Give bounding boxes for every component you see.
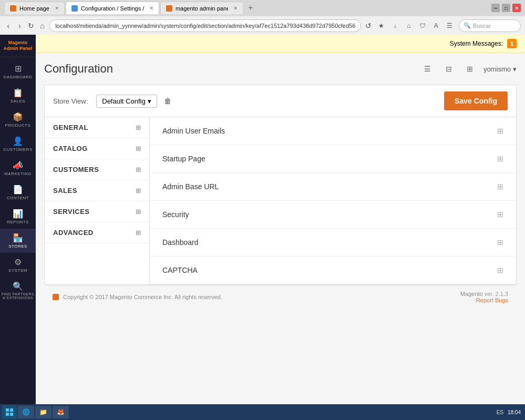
back-button[interactable]: ‹: [4, 20, 13, 32]
footer-right: Magento ver. 2.1.3 Report Bugs: [460, 291, 508, 303]
taskbar-item-3[interactable]: 🦊: [53, 406, 69, 418]
config-body: GENERAL ⊞ CATALOG ⊞ CUSTOMERS ⊞ SALES: [45, 117, 516, 284]
tab-close-2[interactable]: ✕: [149, 5, 153, 11]
config-nav-services[interactable]: SERVICES ⊞: [45, 201, 149, 222]
config-nav-general-label: GENERAL: [53, 124, 88, 131]
taskbar-icon-2: 📁: [39, 408, 47, 416]
tab-favicon-2: [71, 5, 78, 12]
sidebar-item-dashboard[interactable]: ⊞ DASHBOARD: [0, 59, 36, 84]
sidebar-item-marketing[interactable]: 📣 MARKETING: [0, 156, 36, 180]
config-top-bar: Store View: Default Config ▾ 🗑 Save Conf…: [45, 85, 516, 117]
sidebar-item-sales[interactable]: 📋 SALES: [0, 84, 36, 108]
config-delete-icon[interactable]: 🗑: [161, 95, 174, 107]
search-placeholder: Buscar: [473, 23, 491, 29]
tab-favicon-1: [10, 5, 16, 12]
footer-magento-label: Magento: [460, 291, 483, 297]
startup-page-expand-icon: ⊞: [497, 155, 503, 163]
content-area: Configuration ☰ ⊟ ⊞ yomismo ▾ Store View…: [36, 53, 525, 317]
sidebar-label-marketing: MARKETING: [4, 171, 32, 176]
system-messages-badge[interactable]: 1: [507, 39, 517, 48]
config-section-security[interactable]: Security ⊞: [150, 201, 516, 229]
config-nav-sales[interactable]: SALES ⊞: [45, 180, 149, 201]
browser-tab-admin[interactable]: magento admin panel - M... ✕: [160, 2, 243, 14]
footer-left: Copyright © 2017 Magento Commerce Inc. A…: [53, 294, 222, 300]
config-nav-general[interactable]: GENERAL ⊞: [45, 117, 149, 138]
sidebar-label-sales: SALES: [11, 99, 25, 104]
header-icon-1[interactable]: ☰: [420, 62, 435, 76]
search-icon: 🔍: [464, 22, 471, 29]
font-icon[interactable]: A: [430, 20, 442, 32]
sidebar-item-content[interactable]: 📄 CONTENT: [0, 180, 36, 204]
security-expand-icon: ⊞: [497, 210, 503, 219]
sidebar-item-find-partners[interactable]: 🔍 FIND PARTNERS & EXTENSIONS: [0, 277, 36, 304]
sidebar: Magento Admin Panel ⊞ DASHBOARD 📋 SALES …: [0, 35, 36, 420]
system-messages-bar: System Messages: 1: [36, 35, 525, 53]
security-title: Security: [162, 210, 189, 219]
captcha-expand-icon: ⊞: [497, 266, 503, 274]
close-button[interactable]: ✕: [512, 4, 521, 12]
store-view-value: Default Config: [102, 97, 145, 105]
reports-icon: 📊: [13, 209, 23, 219]
store-view-dropdown-icon: ▾: [148, 97, 151, 105]
config-section-dashboard[interactable]: Dashboard ⊞: [150, 229, 516, 257]
config-nav-general-icon: ⊞: [136, 124, 141, 131]
config-nav-advanced-icon: ⊞: [136, 229, 141, 237]
config-nav-services-label: SERVICES: [53, 208, 90, 216]
taskbar-item-1[interactable]: 🌐: [18, 406, 34, 418]
config-nav-services-icon: ⊞: [136, 208, 141, 216]
new-tab-button[interactable]: +: [244, 2, 257, 14]
address-bar[interactable]: localhost/mitienda/admin_yynnew/admin/sy…: [49, 19, 361, 32]
page-title: Configuration: [44, 62, 113, 76]
home-nav-icon[interactable]: ⌂: [403, 20, 415, 32]
browser-tab-config[interactable]: Configuration / Settings /... ✕: [66, 2, 159, 14]
taskbar-item-2[interactable]: 📁: [35, 406, 52, 418]
config-nav-customers[interactable]: CUSTOMERS ⊞: [45, 159, 149, 180]
main-content: System Messages: 1 Configuration ☰ ⊟ ⊞ y…: [36, 35, 525, 420]
sidebar-item-products[interactable]: 📦 PRODUCTS: [0, 108, 36, 132]
search-bar[interactable]: 🔍 Buscar: [459, 19, 521, 32]
sidebar-item-stores[interactable]: 🏪 STORES: [0, 229, 36, 253]
config-section-admin-base-url[interactable]: Admin Base URL ⊞: [150, 173, 516, 201]
svg-rect-0: [6, 408, 9, 412]
reload-button[interactable]: ↺: [364, 20, 373, 32]
sidebar-label-stores: STORES: [8, 244, 27, 249]
logo-text-line2: Admin Panel: [4, 46, 33, 52]
taskbar-start-button[interactable]: [2, 405, 17, 419]
maximize-button[interactable]: □: [502, 4, 510, 12]
app-container: Magento Admin Panel ⊞ DASHBOARD 📋 SALES …: [0, 35, 525, 420]
config-section-admin-user-emails[interactable]: Admin User Emails ⊞: [150, 117, 516, 145]
browser-tab-home[interactable]: Home page ✕: [4, 2, 65, 14]
admin-base-url-expand-icon: ⊞: [497, 182, 503, 191]
windows-logo-icon: [6, 408, 13, 416]
tab-close-1[interactable]: ✕: [55, 5, 59, 11]
header-icon-3[interactable]: ⊞: [462, 62, 477, 76]
header-icon-2[interactable]: ⊟: [441, 62, 456, 76]
products-icon: 📦: [13, 112, 23, 122]
magento-logo-small: [53, 294, 59, 300]
config-right-content: Admin User Emails ⊞ Startup Page ⊞ Admin…: [150, 117, 516, 284]
content-icon: 📄: [13, 185, 23, 194]
address-text: localhost/mitienda/admin_yynnew/admin/sy…: [55, 23, 355, 29]
sidebar-item-reports[interactable]: 📊 REPORTS: [0, 204, 36, 229]
save-config-button[interactable]: Save Config: [444, 91, 508, 110]
config-nav-catalog[interactable]: CATALOG ⊞: [45, 138, 149, 159]
user-menu[interactable]: yomismo ▾: [483, 65, 517, 73]
config-section-startup-page[interactable]: Startup Page ⊞: [150, 145, 516, 173]
tab-close-3[interactable]: ✕: [233, 5, 238, 11]
minimize-button[interactable]: ─: [491, 4, 500, 12]
store-view-select[interactable]: Default Config ▾: [96, 95, 157, 108]
config-nav-advanced[interactable]: ADVANCED ⊞: [45, 222, 149, 243]
sidebar-item-customers[interactable]: 👤 CUSTOMERS: [0, 132, 36, 156]
report-bugs-link[interactable]: Report Bugs: [476, 297, 508, 303]
refresh-icon[interactable]: ↓: [389, 20, 401, 32]
forward-button[interactable]: ›: [16, 20, 24, 32]
refresh-button[interactable]: ↻: [27, 20, 35, 32]
bookmark-icon[interactable]: ★: [376, 20, 387, 32]
home-button[interactable]: ⌂: [38, 20, 47, 32]
shield-icon[interactable]: 🛡: [417, 20, 428, 32]
captcha-title: CAPTCHA: [162, 266, 198, 274]
sidebar-item-system[interactable]: ⚙ SYSTEM: [0, 253, 36, 277]
config-section-captcha[interactable]: CAPTCHA ⊞: [150, 257, 516, 284]
store-view-controls: Store View: Default Config ▾ 🗑: [53, 95, 174, 108]
menu-icon[interactable]: ☰: [444, 20, 456, 32]
